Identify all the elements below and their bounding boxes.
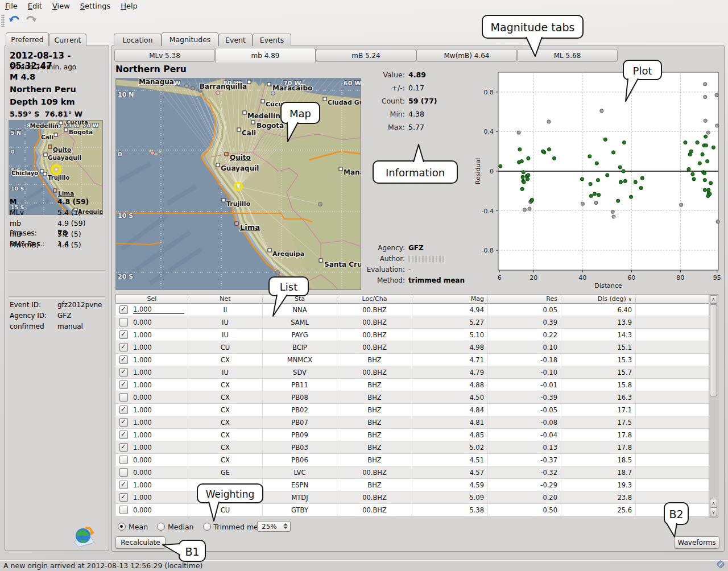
select-checkbox[interactable] <box>119 406 128 414</box>
residual-point-used[interactable] <box>522 180 526 184</box>
residual-point-used[interactable] <box>611 151 615 154</box>
scroll-thumb[interactable] <box>710 304 717 396</box>
residual-point-used[interactable] <box>703 188 706 192</box>
table-scrollbar[interactable]: ∧ ∧ ∨ <box>709 294 718 518</box>
table-row-MTDJ[interactable]: 1.000MTDJ00.BHZ5.090.2023.8 <box>116 491 709 504</box>
menu-settings[interactable]: Settings <box>75 1 115 11</box>
table-row-BCIP[interactable]: 1.000CUBCIP00.BHZ4.980.1015.1 <box>116 341 709 354</box>
residual-point-used[interactable] <box>706 160 709 163</box>
residual-point-used[interactable] <box>499 164 502 168</box>
residual-point-used[interactable] <box>622 169 625 173</box>
residual-point-used[interactable] <box>589 194 593 197</box>
magtab-mb[interactable]: mB 5.24 <box>316 49 416 62</box>
scroll-up-button-2[interactable]: ∧ <box>710 499 717 508</box>
sidebar-tab-preferred[interactable]: Preferred <box>6 32 49 46</box>
residual-point-unused[interactable] <box>528 207 531 210</box>
magtab-mlv[interactable]: MLv 5.38 <box>114 49 215 62</box>
residual-point-used[interactable] <box>709 181 713 185</box>
residual-point-used[interactable] <box>691 172 694 176</box>
undo-icon[interactable] <box>8 14 22 27</box>
residual-point-unused[interactable] <box>600 109 603 113</box>
magnitude-row[interactable]: M4.8 (59) <box>10 197 105 208</box>
station-dot[interactable] <box>151 151 155 155</box>
select-checkbox[interactable] <box>119 393 128 402</box>
residual-point-unused[interactable] <box>517 131 520 134</box>
magnitude-row[interactable]: MLv5.4 (1) <box>10 208 105 219</box>
select-checkbox[interactable] <box>119 355 128 364</box>
table-row-MNMCX[interactable]: 1.000CXMNMCXBHZ4.71-0.1815.3 <box>116 354 709 366</box>
menu-help[interactable]: Help <box>115 1 143 11</box>
magtab-mb[interactable]: mb 4.89 <box>215 48 316 63</box>
station-dot[interactable] <box>286 279 290 283</box>
select-checkbox[interactable] <box>119 481 128 489</box>
menu-edit[interactable]: Edit <box>23 1 47 11</box>
residual-point-used[interactable] <box>518 148 522 151</box>
col-header-mag[interactable]: Mag <box>412 295 488 304</box>
select-checkbox[interactable] <box>119 343 128 351</box>
residual-point-used[interactable] <box>526 177 530 181</box>
select-checkbox[interactable] <box>119 506 128 514</box>
residual-point-unused[interactable] <box>594 201 598 205</box>
select-checkbox[interactable] <box>119 456 128 464</box>
table-row-LVC[interactable]: 0.000GELVC00.BHZ4.57-0.3218.7 <box>116 466 709 479</box>
col-header-sel[interactable]: Sel <box>116 295 188 304</box>
station-dot[interactable] <box>216 91 220 95</box>
residual-point-used[interactable] <box>593 192 596 196</box>
table-row-PB11[interactable]: 1.000CXPB11BHZ4.88-0.0115.8 <box>116 379 709 391</box>
radio-mean[interactable] <box>118 523 126 531</box>
residual-point-used[interactable] <box>520 187 524 191</box>
recalculate-button[interactable]: Recalculate <box>115 536 166 549</box>
radio-median[interactable] <box>157 523 165 531</box>
table-row-NNA[interactable]: 1.000IINNA00.BHZ4.940.056.40 <box>116 304 709 316</box>
station-dot[interactable] <box>282 286 286 290</box>
station-dot[interactable] <box>191 86 195 90</box>
sidebar-tab-current[interactable]: Current <box>49 34 86 46</box>
residual-point-used[interactable] <box>623 179 627 183</box>
select-checkbox[interactable] <box>119 368 128 376</box>
residual-point-used[interactable] <box>521 175 524 179</box>
col-header-cha[interactable]: Loc/Cha <box>337 295 412 304</box>
residual-point-unused[interactable] <box>612 215 615 218</box>
residual-point-used[interactable] <box>704 144 708 147</box>
col-header-net[interactable]: Net <box>188 295 263 304</box>
station-dot[interactable] <box>280 278 284 282</box>
residual-point-unused[interactable] <box>547 120 551 123</box>
select-checkbox[interactable] <box>119 418 128 427</box>
residual-point-used[interactable] <box>603 138 607 141</box>
residual-point-unused[interactable] <box>523 208 526 212</box>
select-checkbox[interactable] <box>119 443 128 452</box>
residual-point-used[interactable] <box>708 192 712 196</box>
col-header-sta[interactable]: Sta <box>263 295 337 304</box>
residual-point-used[interactable] <box>597 193 601 197</box>
magtab-mw(mb)[interactable]: Mw(mB) 4.64 <box>416 49 517 62</box>
residual-point-used[interactable] <box>696 140 699 144</box>
residual-point-used[interactable] <box>530 198 533 201</box>
residual-point-used[interactable] <box>580 177 584 181</box>
residual-point-unused[interactable] <box>716 220 719 224</box>
redo-icon[interactable] <box>24 14 38 27</box>
menu-file[interactable]: File <box>0 1 23 11</box>
residual-point-used[interactable] <box>634 180 637 184</box>
col-header-res[interactable]: Res <box>488 295 561 304</box>
table-row-PAYG[interactable]: 1.000IUPAYG00.BHZ5.100.2214.3 <box>116 329 709 341</box>
table-row-GTBY[interactable]: 0.000CUGTBY00.BHZ5.380.5025.6 <box>116 504 709 516</box>
residual-point-used[interactable] <box>639 186 643 189</box>
residual-point-used[interactable] <box>522 171 525 174</box>
residual-point-unused[interactable] <box>704 82 707 86</box>
table-row-ESPN[interactable]: 1.000ESPNBHZ4.59-0.2919.3 <box>116 479 709 491</box>
tab-events[interactable]: Events <box>253 34 291 46</box>
clipboard-tray-icon[interactable] <box>716 560 726 569</box>
residual-point-used[interactable] <box>618 165 622 169</box>
residual-point-used[interactable] <box>640 176 644 180</box>
tab-magnitudes[interactable]: Magnitudes <box>162 32 218 46</box>
residual-point-used[interactable] <box>712 146 715 149</box>
residual-point-used[interactable] <box>520 160 523 163</box>
table-row-SDV[interactable]: 1.000IUSDV00.BHZ4.79-0.1015.7 <box>116 366 709 379</box>
residual-point-unused[interactable] <box>680 203 683 206</box>
residual-point-used[interactable] <box>547 148 551 151</box>
residual-point-used[interactable] <box>701 152 704 156</box>
magtab-ml[interactable]: ML 5.68 <box>517 49 618 62</box>
residual-point-unused[interactable] <box>706 131 710 134</box>
residual-point-used[interactable] <box>704 135 708 138</box>
residual-point-used[interactable] <box>689 150 693 153</box>
